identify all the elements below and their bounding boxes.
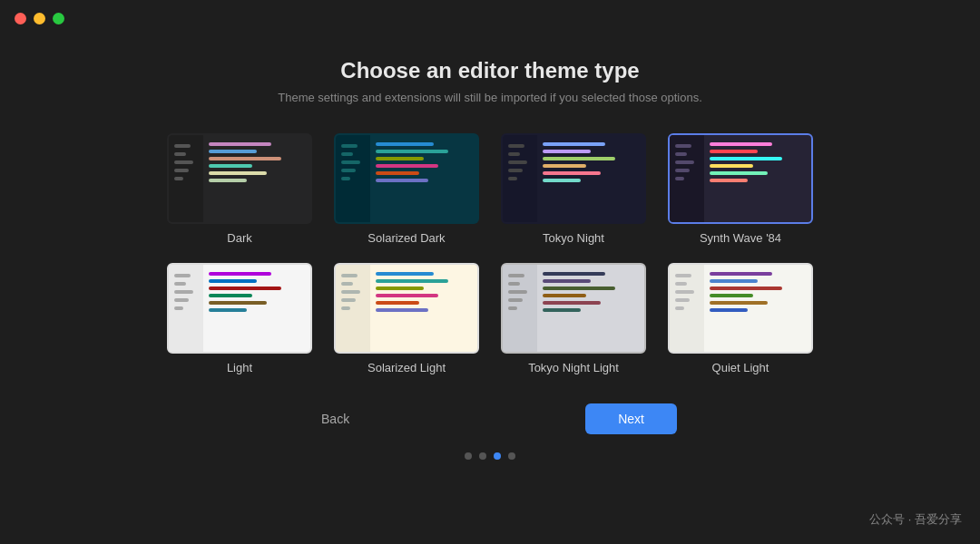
titlebar — [0, 0, 980, 36]
pagination — [465, 452, 515, 460]
pagination-dot-3 — [494, 452, 501, 460]
minimize-button[interactable] — [34, 13, 45, 24]
theme-item-quiet-light[interactable]: Quiet Light — [668, 263, 813, 374]
theme-label-tokyo-night: Tokyo Night — [543, 231, 604, 245]
pagination-dot-1 — [465, 452, 472, 460]
watermark: 公众号 · 吾爱分享 — [869, 511, 962, 528]
theme-item-solarized-light[interactable]: Solarized Light — [334, 263, 479, 374]
close-button[interactable] — [15, 13, 26, 24]
theme-label-tokyo-night-light: Tokyo Night Light — [528, 361, 619, 374]
pagination-dot-4 — [508, 452, 515, 460]
theme-grid: Dark So — [167, 133, 813, 374]
theme-item-tokyo-night[interactable]: Tokyo Night — [501, 133, 646, 245]
theme-item-dark[interactable]: Dark — [167, 133, 312, 245]
theme-label-synth-wave: Synth Wave '84 — [700, 231, 781, 245]
theme-label-solarized-light: Solarized Light — [368, 361, 446, 374]
theme-label-solarized-dark: Solarized Dark — [368, 231, 445, 245]
theme-item-tokyo-night-light[interactable]: Tokyo Night Light — [501, 263, 646, 374]
maximize-button[interactable] — [53, 13, 64, 24]
pagination-dot-2 — [479, 452, 486, 460]
theme-item-solarized-dark[interactable]: Solarized Dark — [334, 133, 479, 245]
back-button[interactable]: Back — [303, 404, 368, 433]
theme-label-light: Light — [227, 361, 252, 374]
next-button[interactable]: Next — [585, 403, 677, 434]
page-subtitle: Theme settings and extensions will still… — [278, 91, 702, 104]
theme-label-dark: Dark — [227, 231, 251, 245]
theme-label-quiet-light: Quiet Light — [712, 361, 769, 374]
theme-item-light[interactable]: Light — [167, 263, 312, 374]
button-row: Back Next — [172, 403, 808, 434]
theme-item-synth-wave[interactable]: Synth Wave '84 — [668, 133, 813, 245]
page-title: Choose an editor theme type — [340, 58, 639, 83]
main-content: Choose an editor theme type Theme settin… — [0, 36, 980, 544]
